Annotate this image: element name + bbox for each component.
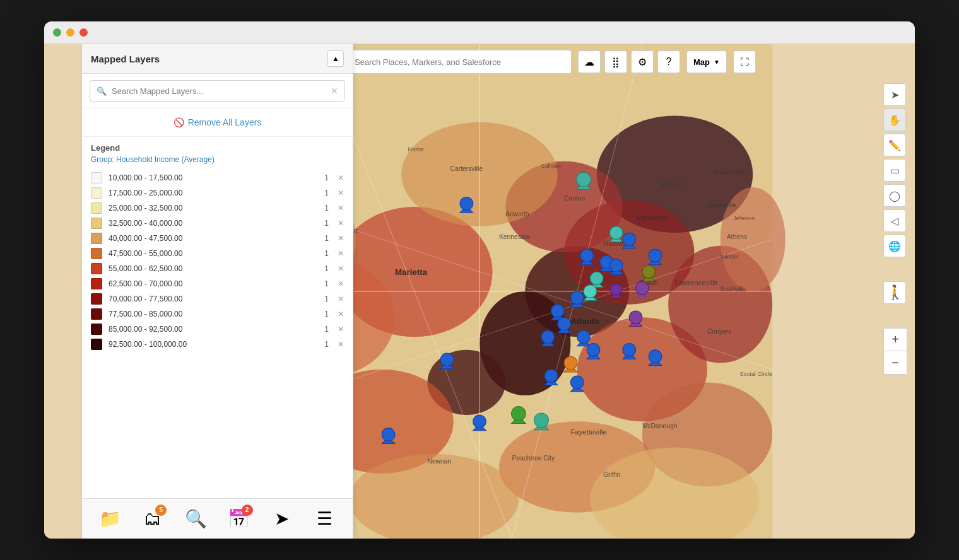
svg-point-99 xyxy=(590,272,603,285)
legend-count: 1 xyxy=(324,310,329,318)
dots-icon-btn[interactable]: ⣿ xyxy=(604,50,627,73)
legend-remove-icon[interactable]: ✕ xyxy=(338,219,344,228)
traffic-btn-yellow[interactable] xyxy=(66,28,74,37)
circle-btn[interactable]: ◯ xyxy=(883,184,906,207)
svg-point-67 xyxy=(649,249,662,262)
app-content: Marietta Atlanta Roswell Alpharetta Lawr… xyxy=(44,44,915,539)
settings-icon-btn[interactable]: ⚙ xyxy=(631,50,654,73)
legend-remove-icon[interactable]: ✕ xyxy=(338,249,344,258)
legend-remove-icon[interactable]: ✕ xyxy=(338,325,344,334)
legend-item: 92,500.00 - 100,000.00 1 ✕ xyxy=(91,337,344,352)
svg-point-113 xyxy=(564,356,577,370)
svg-point-97 xyxy=(609,226,623,240)
draw-btn[interactable]: ✏️ xyxy=(883,134,906,156)
cloud-icon-btn[interactable]: ☁ xyxy=(578,50,601,73)
sidebar-search-clear-icon[interactable]: ✕ xyxy=(331,86,338,96)
svg-point-71 xyxy=(551,305,564,318)
legend-item: 62,500.00 - 70,000.00 1 ✕ xyxy=(91,276,344,291)
svg-text:Social Circle: Social Circle xyxy=(740,371,773,377)
legend-range-label: 92,500.00 - 100,000.00 xyxy=(109,340,318,349)
svg-point-91 xyxy=(473,415,486,428)
traffic-btn-red[interactable] xyxy=(79,28,88,37)
sidebar-search-input[interactable] xyxy=(112,86,326,96)
legend-remove-icon[interactable]: ✕ xyxy=(338,279,344,288)
street-view-btn[interactable]: 🚶 xyxy=(883,281,906,304)
svg-point-103 xyxy=(534,413,549,428)
map-search-input[interactable] xyxy=(355,57,565,67)
sidebar-search-area: 🔍 ✕ xyxy=(82,74,353,108)
zoom-out-btn[interactable]: − xyxy=(884,351,907,374)
svg-point-87 xyxy=(649,350,662,363)
legend-item: 40,000.00 - 47,500.00 1 ✕ xyxy=(91,231,344,246)
svg-text:Jefferson: Jefferson xyxy=(733,216,755,221)
svg-point-73 xyxy=(558,317,571,330)
legend-range-label: 17,500.00 - 25,000.00 xyxy=(109,189,318,197)
legend-count: 1 xyxy=(324,279,329,288)
svg-point-85 xyxy=(623,344,636,357)
traffic-btn-green[interactable] xyxy=(53,28,61,37)
map-type-dropdown[interactable]: Map ▼ xyxy=(686,50,727,73)
legend-range-label: 40,000.00 - 47,500.00 xyxy=(109,234,318,243)
legend-remove-icon[interactable]: ✕ xyxy=(338,295,344,303)
legend-range-label: 32,500.00 - 40,000.00 xyxy=(109,219,318,228)
rectangle-btn[interactable]: ▭ xyxy=(883,159,906,182)
globe-btn[interactable]: 🌐 xyxy=(883,235,906,257)
map-search-box[interactable]: 🔍 xyxy=(332,50,572,74)
legend-range-label: 70,000.00 - 77,500.00 xyxy=(109,295,318,303)
legend-remove-icon[interactable]: ✕ xyxy=(338,340,344,349)
legend-color-swatch xyxy=(91,278,102,289)
legend-color-swatch xyxy=(91,233,102,244)
zoom-in-btn[interactable]: + xyxy=(884,329,907,351)
svg-text:Buford: Buford xyxy=(662,182,681,189)
legend-count: 1 xyxy=(324,295,329,303)
svg-text:Griffin: Griffin xyxy=(603,471,621,478)
legend-color-swatch xyxy=(91,218,102,229)
legend-remove-icon[interactable]: ✕ xyxy=(338,189,344,197)
bt-layers-btn[interactable]: 🗂 5 xyxy=(134,502,172,536)
legend-range-label: 55,000.00 - 62,500.00 xyxy=(109,264,318,273)
svg-text:Athens: Athens xyxy=(727,233,747,240)
svg-point-59 xyxy=(580,249,594,262)
fullscreen-btn[interactable]: ⛶ xyxy=(733,50,756,73)
legend-item: 32,500.00 - 40,000.00 1 ✕ xyxy=(91,216,344,231)
legend-remove-icon[interactable]: ✕ xyxy=(338,264,344,273)
polygon-btn[interactable]: ◁ xyxy=(883,209,906,232)
legend-range-label: 62,500.00 - 70,000.00 xyxy=(109,279,318,288)
legend-remove-icon[interactable]: ✕ xyxy=(338,173,344,182)
route-icon: ➤ xyxy=(274,510,289,528)
svg-text:Snellville: Snellville xyxy=(721,286,746,293)
bt-calendar-btn[interactable]: 📅 2 xyxy=(220,502,258,536)
sidebar-search-icon: 🔍 xyxy=(97,86,107,96)
zoom-group: + − xyxy=(883,328,907,375)
navigate-btn[interactable]: ➤ xyxy=(883,83,906,106)
legend-range-label: 77,500.00 - 85,000.00 xyxy=(109,310,318,318)
app-window: Marietta Atlanta Roswell Alpharetta Lawr… xyxy=(44,21,915,539)
bt-menu-btn[interactable]: ☰ xyxy=(306,502,344,536)
legend-color-swatch xyxy=(91,263,102,274)
bt-search-btn[interactable]: 🔍 xyxy=(177,502,215,536)
svg-point-111 xyxy=(642,265,656,279)
help-icon-btn[interactable]: ? xyxy=(657,50,680,73)
legend-color-swatch xyxy=(91,248,102,259)
sidebar-title: Mapped Layers xyxy=(91,54,160,64)
remove-all-layers-btn[interactable]: 🚫 Remove All Layers xyxy=(165,114,271,131)
svg-point-95 xyxy=(577,172,591,187)
titlebar xyxy=(44,21,915,44)
legend-color-swatch xyxy=(91,293,102,305)
legend-remove-icon[interactable]: ✕ xyxy=(338,310,344,318)
pan-btn[interactable]: ✋ xyxy=(883,108,906,131)
bottom-toolbar: 📁 🗂 5 🔍 📅 2 ➤ ☰ xyxy=(82,498,353,539)
svg-point-107 xyxy=(629,311,642,324)
svg-point-57 xyxy=(460,197,473,210)
legend-count: 1 xyxy=(324,340,329,349)
legend-title: Legend xyxy=(91,143,344,153)
bt-folders-btn[interactable]: 📁 xyxy=(91,502,129,536)
svg-point-89 xyxy=(440,353,454,366)
legend-item: 47,500.00 - 55,000.00 1 ✕ xyxy=(91,246,344,261)
sidebar-collapse-btn[interactable]: ▲ xyxy=(327,50,344,67)
legend-item: 70,000.00 - 77,500.00 1 ✕ xyxy=(91,291,344,306)
legend-remove-icon[interactable]: ✕ xyxy=(338,234,344,243)
legend-remove-icon[interactable]: ✕ xyxy=(338,204,344,213)
svg-text:Alpharetta: Alpharetta xyxy=(636,214,669,221)
bt-route-btn[interactable]: ➤ xyxy=(263,502,301,536)
